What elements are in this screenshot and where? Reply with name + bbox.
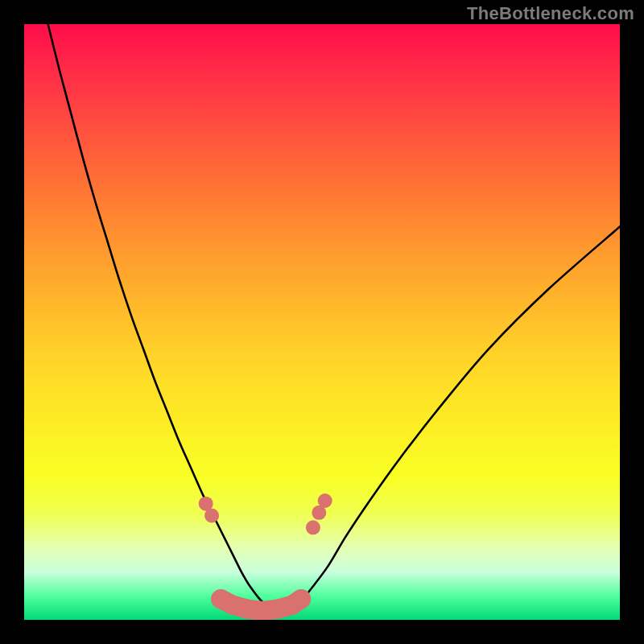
plot-area [24, 24, 620, 620]
svg-point-9 [306, 520, 320, 535]
watermark-text: TheBottleneck.com [467, 3, 634, 24]
recommended-zone-markers [24, 24, 620, 620]
chart-frame: TheBottleneck.com [0, 0, 644, 644]
svg-point-8 [291, 589, 311, 609]
svg-point-1 [204, 509, 219, 523]
svg-point-11 [318, 493, 332, 508]
